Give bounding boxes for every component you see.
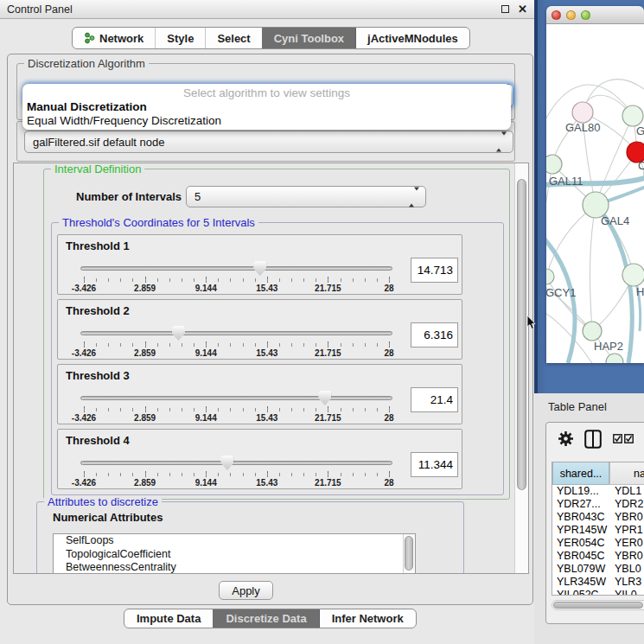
threshold-4-value-field[interactable]: 11.344 xyxy=(411,452,458,477)
dropdown-option-equal-width[interactable]: Equal Width/Frequency Discretization xyxy=(22,114,511,128)
list-scrollbar[interactable] xyxy=(403,534,415,574)
table-row[interactable]: YBR043CYBR0 xyxy=(552,511,644,524)
list-item[interactable]: TopologicalCoefficient xyxy=(54,548,415,562)
column-settings-icon[interactable] xyxy=(584,430,602,449)
network-nodes[interactable] xyxy=(546,102,644,363)
discretization-algorithm-group: Discretization Algorithm Select algorith… xyxy=(16,63,515,120)
panel-title: Control Panel xyxy=(7,3,493,16)
settings-panel-scrollbar[interactable] xyxy=(514,163,528,573)
checkbox-icon[interactable] xyxy=(613,434,622,443)
slider-minor-ticks xyxy=(84,408,390,411)
column-header-name[interactable]: na xyxy=(609,462,644,485)
network-icon xyxy=(84,32,95,44)
dropdown-prompt: Select algorithm to view settings xyxy=(22,86,511,100)
slider-track[interactable] xyxy=(80,266,392,271)
float-icon xyxy=(501,5,509,13)
slider-thumb[interactable] xyxy=(220,456,233,470)
apply-button[interactable]: Apply xyxy=(219,581,273,600)
threshold-1-box: Threshold 1 -3.426 2.859 9.144 xyxy=(57,234,462,295)
tab-jactivemnodules[interactable]: jActiveMNodules xyxy=(355,28,469,48)
table-header-row: shared... na xyxy=(552,462,644,485)
tab-style[interactable]: Style xyxy=(155,28,205,48)
threshold-4-box: Threshold 4 -3.426 2.859 9.144 xyxy=(57,429,462,489)
table-row[interactable]: YLR345WYLR3 xyxy=(552,576,644,589)
slider-minor-ticks xyxy=(84,473,390,476)
table-row[interactable]: YIL052CYIL0 xyxy=(552,589,644,596)
zoom-traffic-light[interactable] xyxy=(581,10,590,20)
algorithm-dropdown-popup: Select algorithm to view settings Manual… xyxy=(22,84,511,130)
scrollbar-thumb[interactable] xyxy=(517,179,526,490)
close-traffic-light[interactable] xyxy=(552,10,561,20)
thresholds-group: Threshold's Coordinates for 5 Intervals … xyxy=(51,222,504,495)
tab-impute-data[interactable]: Impute Data xyxy=(124,609,213,628)
slider-tick-labels: -3.426 2.859 9.144 15.43 21.715 28 xyxy=(84,284,389,293)
threshold-label: Threshold 4 xyxy=(66,434,130,447)
table-panel-region: Table Panel xyxy=(534,393,644,644)
slider-minor-ticks xyxy=(84,343,390,347)
svg-text:GAL4: GAL4 xyxy=(601,214,629,227)
group-title: Discretization Algorithm xyxy=(24,57,149,70)
number-of-intervals-combobox[interactable]: 5 xyxy=(186,186,426,207)
table-row[interactable]: YPR145WYPR1 xyxy=(552,524,644,537)
threshold-1-value-field[interactable]: 14.713 xyxy=(411,258,458,283)
tab-network[interactable]: Network xyxy=(73,28,155,48)
table-row[interactable]: YDR27...YDR2 xyxy=(552,498,644,511)
checkbox-icon[interactable] xyxy=(624,434,634,443)
scrollbar-thumb[interactable] xyxy=(553,602,643,609)
mouse-cursor xyxy=(526,316,537,330)
node-attribute-table: shared... na YDL19...YDL1 YDR27...YDR2 Y… xyxy=(552,462,644,596)
network-canvas[interactable]: GAL80 GAL11 GAL4 GCY1 HAP2 GA C H xyxy=(546,24,644,363)
svg-text:GA: GA xyxy=(636,124,644,137)
svg-text:H: H xyxy=(636,285,644,298)
gear-icon[interactable] xyxy=(558,430,574,447)
slider-thumb[interactable] xyxy=(318,391,331,405)
table-row[interactable]: YDL19...YDL1 xyxy=(552,485,644,498)
slider-track[interactable] xyxy=(80,461,392,465)
threshold-3-value-field[interactable]: 21.4 xyxy=(411,387,458,412)
dropdown-option-manual[interactable]: Manual Discretization xyxy=(22,100,511,114)
close-window-button[interactable]: ✕ xyxy=(518,5,527,13)
number-of-intervals-label: Number of Intervals xyxy=(76,190,182,203)
table-row[interactable]: YBR045CYBR0 xyxy=(552,550,644,563)
list-item[interactable]: SelfLoops xyxy=(54,534,415,548)
tab-infer-network[interactable]: Infer Network xyxy=(319,609,416,628)
group-title: Interval Definition xyxy=(51,163,144,175)
numerical-attributes-list: SelfLoops TopologicalCoefficient Between… xyxy=(53,533,416,574)
svg-text:GAL80: GAL80 xyxy=(565,121,600,134)
table-data-selected: galFiltered.sif default node xyxy=(33,136,164,149)
threshold-3-box: Threshold 3 -3.426 2.859 9.144 xyxy=(57,364,462,424)
table-horizontal-scrollbar[interactable] xyxy=(552,600,644,610)
tab-select[interactable]: Select xyxy=(205,28,261,48)
float-window-button[interactable] xyxy=(501,3,509,16)
threshold-label: Threshold 1 xyxy=(66,239,130,252)
network-window: GAL80 GAL11 GAL4 GCY1 HAP2 GA C H xyxy=(546,6,644,363)
group-title: Threshold's Coordinates for 5 Intervals xyxy=(59,216,258,229)
column-header-shared-name[interactable]: shared... xyxy=(552,462,609,485)
intervals-value: 5 xyxy=(194,190,201,203)
svg-text:C: C xyxy=(638,159,644,172)
tab-cyni-toolbox[interactable]: Cyni Toolbox xyxy=(262,28,355,48)
control-panel-tabs: Network Style Select Cyni Toolbox jActiv… xyxy=(72,27,470,49)
numerical-attributes-label: Numerical Attributes xyxy=(53,511,163,524)
threshold-2-value-field[interactable]: 6.316 xyxy=(411,322,458,348)
table-row[interactable]: YBL079WYBL0 xyxy=(552,563,644,576)
slider-tick-labels: -3.426 2.859 9.144 15.43 21.715 28 xyxy=(84,478,389,488)
slider-tick-labels: -3.426 2.859 9.144 15.43 21.715 28 xyxy=(84,348,389,358)
settings-scroll-panel: Interval Definition Number of Intervals … xyxy=(13,163,529,574)
slider-track[interactable] xyxy=(80,331,392,335)
table-row[interactable]: YER054CYER0 xyxy=(552,537,644,550)
control-panel-titlebar: Control Panel ✕ xyxy=(0,0,534,19)
slider-thumb[interactable] xyxy=(172,326,185,341)
table-data-combobox[interactable]: galFiltered.sif default node xyxy=(24,131,513,153)
slider-minor-ticks xyxy=(84,278,390,282)
slider-track[interactable] xyxy=(80,396,392,400)
screen: Control Panel ✕ Network Style Select Cyn… xyxy=(0,0,644,644)
table-panel: shared... na YDL19...YDL1 YDR27...YDR2 Y… xyxy=(545,422,644,624)
list-item[interactable]: BetweennessCentrality xyxy=(54,561,415,574)
stepper-icon xyxy=(409,190,419,203)
slider-thumb[interactable] xyxy=(253,261,266,276)
stepper-icon xyxy=(496,136,507,149)
control-panel: Control Panel ✕ Network Style Select Cyn… xyxy=(0,0,534,644)
minimize-traffic-light[interactable] xyxy=(566,10,576,20)
tab-discretize-data[interactable]: Discretize Data xyxy=(213,609,318,628)
